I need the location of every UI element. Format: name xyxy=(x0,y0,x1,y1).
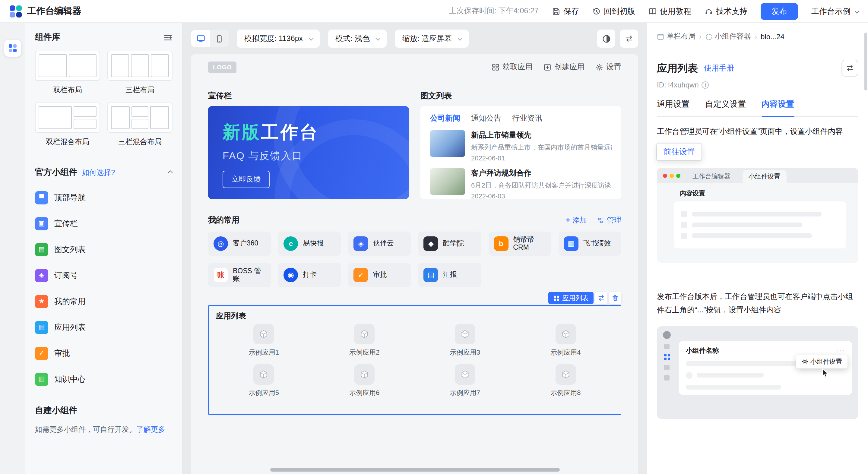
app-list-icon: ▦ xyxy=(35,320,48,334)
settings-tab-0[interactable]: 通用设置 xyxy=(657,99,689,110)
components-tool-button[interactable] xyxy=(4,40,21,57)
sliders-icon xyxy=(596,216,604,224)
banner-cta-button[interactable]: 立即反馈 xyxy=(223,171,270,188)
favorite-app-tile[interactable]: e 易快报 xyxy=(278,231,341,256)
huibao-logo-icon: ▤ xyxy=(424,268,438,282)
favorite-app-tile[interactable]: ◆ 酷学院 xyxy=(418,231,481,256)
delete-widget-button[interactable] xyxy=(609,292,621,304)
news-tab-1[interactable]: 通知公告 xyxy=(471,114,501,124)
favorite-app-tile[interactable]: ◈ 伙伴云 xyxy=(348,231,411,256)
workspace-switcher[interactable]: 工作台示例 xyxy=(811,6,858,17)
save-button[interactable]: 保存 xyxy=(552,6,579,17)
favorite-app-tile[interactable]: ▥ 飞书绩效 xyxy=(559,231,621,256)
widget-item-4[interactable]: ★ 我的常用 xyxy=(35,288,173,314)
breadcrumb-item-1[interactable]: 小组件容器 xyxy=(705,31,751,42)
layout-3col-option[interactable]: 三栏布局 xyxy=(107,51,173,95)
swap-widget-button[interactable] xyxy=(595,292,608,304)
news-item[interactable]: 新品上市销量领先 新系列产品重磅上市，在国内市场的首月销量远超同类产品，成...… xyxy=(430,130,612,162)
widget-item-3[interactable]: ◈ 订阅号 xyxy=(35,262,173,288)
breadcrumb-item-2[interactable]: blo...24 xyxy=(761,32,784,41)
app-list-widget-selected[interactable]: 应用列表 应用列表 示例应用1 示例应用2 示例应用3 xyxy=(208,305,621,415)
layout-3col-mixed-option[interactable]: 三栏混合布局 xyxy=(107,102,173,147)
promo-banner-widget[interactable]: 新版工作台 FAQ 与反馈入口 立即反馈 xyxy=(208,106,409,199)
layout-2col-option[interactable]: 双栏布局 xyxy=(35,51,100,95)
favorite-app-tile[interactable]: ▤ 汇报 xyxy=(418,263,481,287)
vertical-scrollbar[interactable] xyxy=(864,33,867,91)
gear-icon xyxy=(595,63,603,71)
cube-icon xyxy=(555,364,576,385)
inspector-tabs: 通用设置 自定义设置 内容设置 xyxy=(657,99,858,117)
widget-item-7[interactable]: ▥ 知识中心 xyxy=(35,366,173,392)
settings-tab-2[interactable]: 内容设置 xyxy=(762,99,794,110)
demo-app-name: 示例应用4 xyxy=(550,348,581,357)
favorite-app-name: 销帮帮CRM xyxy=(513,236,546,252)
widget-item-2[interactable]: ▤ 图文列表 xyxy=(35,236,173,262)
manage-apps-button[interactable]: 管理 xyxy=(596,215,621,225)
widget-item-5[interactable]: ▦ 应用列表 xyxy=(35,314,173,340)
layout-2col-mixed-option[interactable]: 双栏混合布局 xyxy=(35,102,100,147)
demo-app[interactable]: 示例应用1 xyxy=(214,324,314,357)
favorite-app-tile[interactable]: 账 BOSS 管账 xyxy=(208,263,271,287)
chevron-up-icon[interactable] xyxy=(168,170,173,176)
demo-app[interactable]: 示例应用2 xyxy=(314,324,415,357)
learn-more-link[interactable]: 了解更多 xyxy=(136,425,165,434)
headset-icon xyxy=(705,7,713,15)
approval-icon: ✓ xyxy=(35,346,48,360)
mock-content-settings-label: 内容设置 xyxy=(680,190,850,198)
subscription-icon: ◈ xyxy=(35,268,48,282)
swap-view-button[interactable] xyxy=(620,30,638,48)
info-icon[interactable]: i xyxy=(702,82,709,89)
revert-button[interactable]: 回到初版 xyxy=(592,6,635,17)
widget-item-6[interactable]: ✓ 审批 xyxy=(35,340,173,366)
mobile-view-button[interactable] xyxy=(210,30,228,47)
settings-tab-1[interactable]: 自定义设置 xyxy=(705,99,746,110)
canvas-area: 模拟宽度: 1136px 模式: 浅色 缩放: 适应屏幕 LOGO xyxy=(183,23,647,474)
top-nav-icon: ▀ xyxy=(35,191,48,204)
theme-contrast-button[interactable] xyxy=(597,30,615,48)
goto-settings-link[interactable]: 前往设置 xyxy=(657,144,702,161)
demo-app[interactable]: 示例应用8 xyxy=(516,364,616,398)
get-apps-button[interactable]: 获取应用 xyxy=(492,62,533,72)
news-tab-0[interactable]: 公司新闻 xyxy=(430,114,460,124)
breadcrumb-item-0[interactable]: 单栏布局 xyxy=(657,31,695,42)
collapse-panel-icon[interactable] xyxy=(163,33,173,42)
news-desc: 6月2日，商务团队拜访共创客户并进行深度访谈，规划下半年合... xyxy=(471,181,612,190)
cursor-icon xyxy=(822,369,829,378)
news-image xyxy=(430,168,465,195)
how-to-choose-link[interactable]: 如何选择? xyxy=(82,167,115,178)
widget-item-0[interactable]: ▀ 顶部导航 xyxy=(35,185,173,211)
workspace-settings-button[interactable]: 设置 xyxy=(595,62,621,72)
add-app-button[interactable]: +添加 xyxy=(566,215,587,225)
zoom-dropdown[interactable]: 缩放: 适应屏幕 xyxy=(395,30,469,48)
horizontal-scrollbar[interactable] xyxy=(270,468,559,472)
demo-app[interactable]: 示例应用6 xyxy=(314,364,415,398)
news-title: 客户拜访规划合作 xyxy=(471,168,612,179)
trash-icon xyxy=(612,294,619,302)
zoom-value: 缩放: 适应屏幕 xyxy=(402,33,452,44)
demo-app[interactable]: 示例应用3 xyxy=(415,324,516,357)
support-button[interactable]: 技术支持 xyxy=(705,6,747,17)
news-tabs: 公司新闻 通知公告 行业资讯 xyxy=(430,114,612,124)
mode-dropdown[interactable]: 模式: 浅色 xyxy=(328,30,386,48)
favorite-app-tile[interactable]: ◎ 客户360 xyxy=(208,231,271,256)
sim-width-dropdown[interactable]: 模拟宽度: 1136px xyxy=(237,30,320,48)
create-app-button[interactable]: 创建应用 xyxy=(544,62,585,72)
favorite-app-tile[interactable]: ◉ 打卡 xyxy=(278,263,341,287)
favorite-app-tile[interactable]: b 销帮帮CRM xyxy=(488,231,551,256)
news-item[interactable]: 客户拜访规划合作 6月2日，商务团队拜访共创客户并进行深度访谈，规划下半年合..… xyxy=(430,168,612,199)
mock-widget-name: 小组件名称 xyxy=(686,346,719,355)
publish-button[interactable]: 发布 xyxy=(761,3,798,20)
favorite-app-tile[interactable]: ✓ 审批 xyxy=(348,263,411,287)
tutorial-button[interactable]: 使用教程 xyxy=(648,6,691,17)
widget-label: 知识中心 xyxy=(54,374,86,384)
replace-widget-button[interactable] xyxy=(841,60,858,76)
demo-app[interactable]: 示例应用4 xyxy=(516,324,616,357)
manual-link[interactable]: 使用手册 xyxy=(704,63,734,73)
demo-app[interactable]: 示例应用7 xyxy=(415,364,516,398)
create-app-label: 创建应用 xyxy=(554,62,585,72)
widget-item-1[interactable]: ▣ 宣传栏 xyxy=(35,211,173,236)
demo-app[interactable]: 示例应用5 xyxy=(214,364,314,398)
news-tab-2[interactable]: 行业资讯 xyxy=(512,114,542,124)
daka-logo-icon: ◉ xyxy=(283,268,298,282)
desktop-view-button[interactable] xyxy=(191,30,210,47)
